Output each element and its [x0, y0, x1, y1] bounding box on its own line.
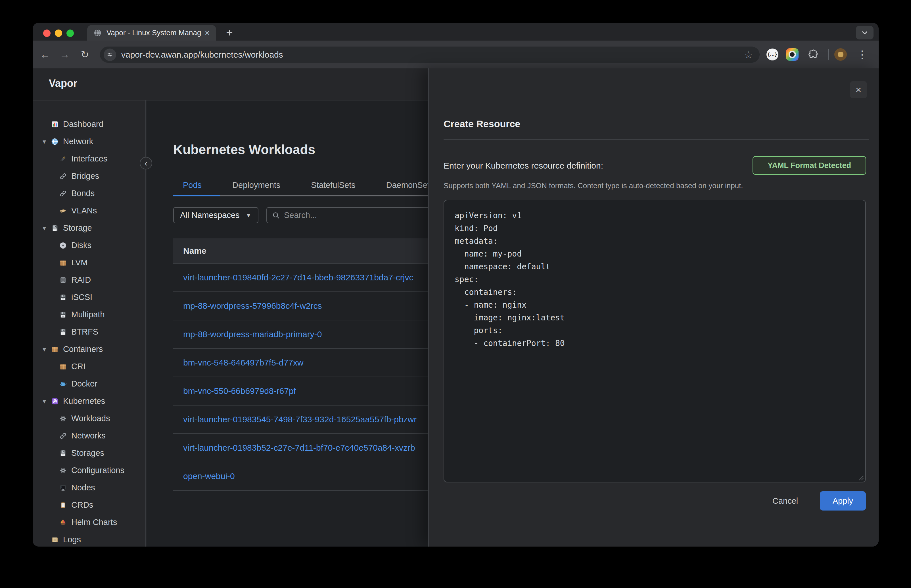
- vapor-app: Vapor ‹ Dashboard ▾Network Interfaces Br…: [32, 68, 879, 546]
- sidebar-item-network[interactable]: ▾Network: [32, 133, 146, 150]
- tab-search-chevron-button[interactable]: [856, 26, 874, 39]
- sidebar-collapse-button[interactable]: ‹: [140, 157, 152, 170]
- url-text[interactable]: vapor-dev.awan.app/kubernetes/workloads: [121, 50, 744, 60]
- chevron-expanded-icon[interactable]: ▾: [43, 346, 51, 353]
- traffic-minimize-icon[interactable]: [55, 29, 62, 37]
- search-box[interactable]: [266, 207, 428, 223]
- chevron-expanded-icon[interactable]: ▾: [43, 397, 51, 405]
- floppy-disk-icon: [59, 449, 67, 457]
- cancel-button[interactable]: Cancel: [764, 491, 806, 510]
- table-row[interactable]: mp-88-wordpress-57996b8c4f-w2rcs: [173, 292, 428, 320]
- sidebar-item-helm-charts[interactable]: Helm Charts: [32, 514, 146, 531]
- extension-camera-icon[interactable]: [786, 48, 799, 61]
- pod-link[interactable]: virt-launcher-019840fd-2c27-7d14-bbeb-98…: [183, 271, 419, 283]
- extension-braces-icon[interactable]: {…}: [767, 48, 778, 60]
- sidebar-item-kubernetes[interactable]: ▾Kubernetes: [32, 393, 146, 410]
- file-cabinet-icon: [59, 276, 67, 284]
- namespace-select[interactable]: All Namespaces ▼: [173, 207, 259, 223]
- chevron-down-icon: [861, 28, 869, 37]
- site-info-button[interactable]: [104, 48, 116, 61]
- floppy-disk-icon: [59, 311, 67, 318]
- sidebar-item-crds[interactable]: CRDs: [32, 496, 146, 514]
- sidebar-item-nodes[interactable]: Nodes: [32, 479, 146, 496]
- pod-link[interactable]: mp-88-wordpress-57996b8c4f-w2rcs: [183, 300, 419, 312]
- sidebar-item-storages[interactable]: Storages: [32, 444, 146, 462]
- table-row[interactable]: virt-launcher-01983545-7498-7f33-932d-16…: [173, 405, 428, 434]
- sidebar-item-storage[interactable]: ▾Storage: [32, 220, 146, 237]
- pod-link[interactable]: virt-launcher-01983b52-c27e-7d11-bf70-e7…: [183, 442, 419, 454]
- workloads-tabs: Pods Deployments StatefulSets DaemonSets: [173, 176, 428, 194]
- sidebar-item-raid[interactable]: RAID: [32, 271, 146, 289]
- profile-avatar[interactable]: [834, 48, 847, 61]
- sidebar-item-containers[interactable]: ▾Containers: [32, 341, 146, 358]
- resource-prompt-label: Enter your Kubernetes resource definitio…: [443, 161, 603, 171]
- yaml-content[interactable]: apiVersion: v1 kind: Pod metadata: name:…: [444, 200, 865, 350]
- resize-handle-icon[interactable]: [857, 473, 864, 481]
- tab-daemonsets[interactable]: DaemonSets: [377, 176, 428, 194]
- tab-pods[interactable]: Pods: [173, 176, 211, 194]
- tab-statefulsets[interactable]: StatefulSets: [301, 176, 365, 194]
- search-input[interactable]: [284, 210, 403, 220]
- new-tab-button[interactable]: +: [222, 26, 236, 40]
- sidebar-item-disks[interactable]: Disks: [32, 237, 146, 254]
- browser-tab[interactable]: Vapor - Linux System Manage ×: [87, 25, 216, 40]
- gear-icon: [59, 415, 67, 422]
- bookmark-star-icon[interactable]: ☆: [744, 49, 753, 60]
- cd-icon: [59, 242, 67, 249]
- sidebar-item-docker[interactable]: Docker: [32, 375, 146, 393]
- table-row[interactable]: open-webui-0: [173, 462, 428, 491]
- sidebar-item-bridges[interactable]: Bridges: [32, 168, 146, 185]
- package-icon: [59, 363, 67, 370]
- sidebar-item-configurations[interactable]: Configurations: [32, 462, 146, 479]
- sidebar-item-multipath[interactable]: Multipath: [32, 306, 146, 323]
- table-row[interactable]: mp-88-wordpress-mariadb-primary-0: [173, 320, 428, 349]
- sidebar-item-networks[interactable]: Networks: [32, 427, 146, 444]
- app-brand[interactable]: Vapor: [49, 78, 77, 89]
- forward-button[interactable]: →: [57, 40, 73, 68]
- scroll-icon: [51, 536, 58, 543]
- namespace-select-value: All Namespaces: [180, 210, 239, 220]
- sidebar-item-btrfs[interactable]: BTRFS: [32, 323, 146, 341]
- sidebar-item-logs[interactable]: Logs: [32, 531, 146, 546]
- extensions-puzzle-icon[interactable]: [807, 49, 818, 61]
- chevron-expanded-icon[interactable]: ▾: [43, 224, 51, 232]
- sidebar-item-lvm[interactable]: LVM: [32, 254, 146, 271]
- browser-menu-button[interactable]: ⋮: [855, 40, 869, 68]
- sidebar-item-workloads[interactable]: Workloads: [32, 410, 146, 427]
- floppy-disk-icon: [59, 294, 67, 301]
- reload-button[interactable]: ↻: [77, 40, 93, 68]
- apply-button[interactable]: Apply: [820, 491, 866, 510]
- pod-link[interactable]: bm-vnc-550-66b6979d8-r67pf: [183, 385, 419, 397]
- pods-table: Name virt-launcher-019840fd-2c27-7d14-bb…: [173, 238, 428, 491]
- panel-close-button[interactable]: ×: [850, 81, 867, 98]
- format-detected-badge: YAML Format Detected: [752, 156, 866, 175]
- yaml-editor[interactable]: apiVersion: v1 kind: Pod metadata: name:…: [443, 200, 866, 483]
- clipboard-icon: [59, 501, 67, 509]
- pod-link[interactable]: mp-88-wordpress-mariadb-primary-0: [183, 328, 419, 340]
- traffic-zoom-icon[interactable]: [66, 29, 74, 37]
- sidebar-item-dashboard[interactable]: Dashboard: [32, 115, 146, 133]
- tab-deployments[interactable]: Deployments: [223, 176, 290, 194]
- tab-close-icon[interactable]: ×: [205, 29, 210, 37]
- sidebar: Dashboard ▾Network Interfaces Bridges Bo…: [32, 100, 146, 546]
- table-row[interactable]: bm-vnc-548-646497b7f5-d77xw: [173, 349, 428, 377]
- sidebar-item-bonds[interactable]: Bonds: [32, 185, 146, 202]
- site-settings-icon: [106, 51, 113, 58]
- pod-link[interactable]: open-webui-0: [183, 470, 419, 482]
- chevron-expanded-icon[interactable]: ▾: [43, 137, 51, 145]
- package-icon: [51, 346, 58, 353]
- sidebar-item-vlans[interactable]: VLANs: [32, 202, 146, 220]
- sidebar-item-interfaces[interactable]: Interfaces: [32, 150, 146, 168]
- traffic-close-icon[interactable]: [43, 29, 50, 37]
- plug-icon: [59, 155, 67, 163]
- sidebar-item-iscsi[interactable]: iSCSI: [32, 289, 146, 306]
- search-icon: [272, 212, 280, 220]
- table-row[interactable]: virt-launcher-01983b52-c27e-7d11-bf70-e7…: [173, 434, 428, 462]
- table-row[interactable]: bm-vnc-550-66b6979d8-r67pf: [173, 377, 428, 405]
- pod-link[interactable]: virt-launcher-01983545-7498-7f33-932d-16…: [183, 414, 419, 425]
- table-row[interactable]: virt-launcher-019840fd-2c27-7d14-bbeb-98…: [173, 263, 428, 292]
- back-button[interactable]: ←: [37, 40, 53, 68]
- address-bar[interactable]: vapor-dev.awan.app/kubernetes/workloads …: [100, 47, 760, 63]
- sidebar-item-cri[interactable]: CRI: [32, 358, 146, 375]
- pod-link[interactable]: bm-vnc-548-646497b7f5-d77xw: [183, 357, 419, 368]
